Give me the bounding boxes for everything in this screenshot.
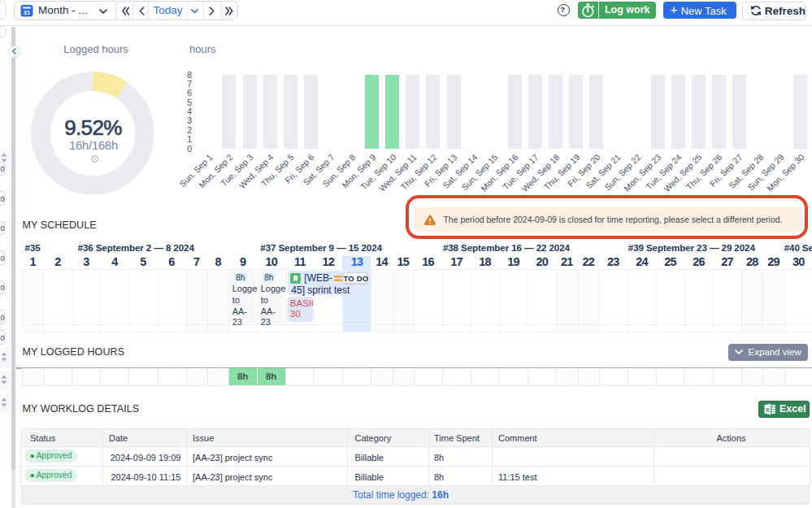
svg-text:X: X — [766, 406, 770, 414]
svg-text:31: 31 — [24, 9, 30, 16]
